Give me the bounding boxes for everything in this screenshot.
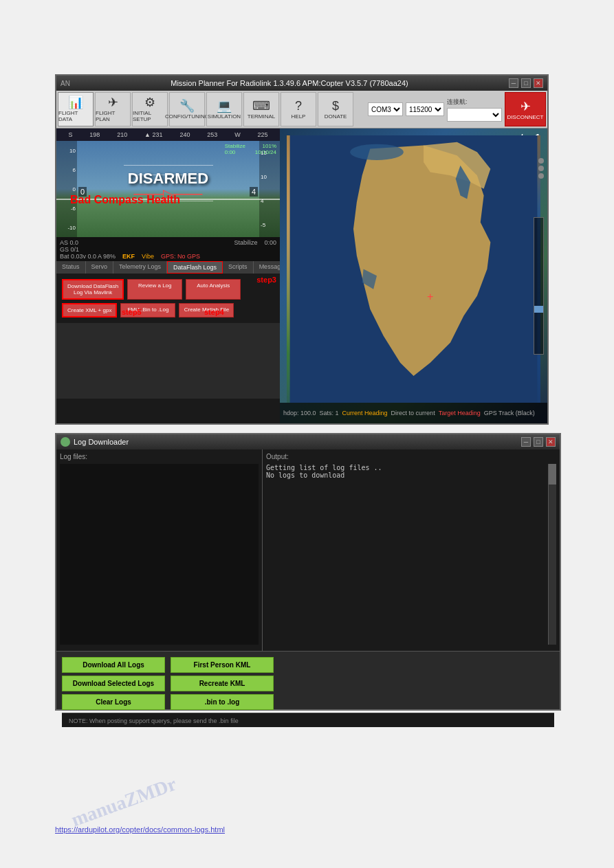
bin-to-log-btn[interactable]: .bin to .log — [171, 694, 274, 710]
disarmed-status: DISARMED — [128, 170, 208, 188]
hud-percentage: 101% — [255, 143, 276, 149]
toolbar-config-tuning[interactable]: 🔧 CONFIG/TUNING — [169, 92, 205, 126]
toolbar-flight-plan-label: FLIGHT PLAN — [96, 110, 130, 122]
map-zoom-slider[interactable] — [534, 217, 544, 355]
mission-planner-titlebar: AN Mission Planner For Radiolink 1.3.49.… — [56, 76, 547, 91]
pitch-line-20 — [124, 165, 213, 166]
map-status-bar: hdop: 100.0 Sats: 1 Current Heading Dire… — [280, 403, 547, 423]
tab-messages[interactable]: Messages — [254, 261, 280, 274]
hud-right-scale: 15 10 4 -5 — [259, 141, 280, 237]
log-downloader-window: Log Downloader ─ □ ✕ Log files: Output: … — [55, 433, 561, 711]
download-selected-logs-btn[interactable]: Download Selected Logs — [62, 676, 165, 691]
baud-rate-select[interactable]: 115200 — [406, 102, 444, 116]
hud-status-line1: AS 0.0 Stabilize 0:00 — [60, 239, 276, 246]
toolbar-flight-plan[interactable]: ✈ FLIGHT PLAN — [95, 92, 131, 126]
log-files-label: Log files: — [60, 453, 259, 460]
zoom-dot-2 — [538, 166, 544, 171]
config-tuning-icon: 🔧 — [179, 100, 195, 112]
tab-servo[interactable]: Servo — [86, 261, 114, 274]
bottom-tabs-panel: Status Servo Telemetry Logs DataFlash Lo… — [56, 261, 280, 399]
window-controls: ─ □ ✕ — [509, 78, 543, 88]
log-downloader-title: Log Downloader — [74, 438, 129, 446]
dataflash-tab-content: step3 Download DataFlashLog Via Mavlink … — [56, 274, 280, 323]
log-minimize-btn[interactable]: ─ — [521, 437, 531, 447]
log-main-content: Log files: Output: Getting list of log f… — [56, 449, 560, 651]
download-all-logs-btn[interactable]: Download All Logs — [62, 657, 165, 673]
create-xml-btn[interactable]: Create XML + gpx — [62, 303, 117, 318]
toolbar-donate[interactable]: $ DONATE — [318, 92, 353, 126]
map-sats: Sats: 1 — [320, 410, 339, 416]
bottom-documentation-link[interactable]: https://ardupilot.org/copter/docs/common… — [55, 825, 225, 834]
clear-logs-btn[interactable]: Clear Logs — [62, 694, 165, 710]
map-svg — [287, 135, 540, 403]
download-dataflash-btn[interactable]: Download DataFlashLog Via Mavlink — [62, 279, 124, 300]
minimize-btn[interactable]: ─ — [509, 78, 518, 88]
log-output-text: Getting list of log files .. No logs to … — [266, 464, 556, 479]
hud-mode: Stabilize — [225, 143, 245, 149]
log-button-row2: Download Selected Logs Recreate KML — [62, 676, 554, 691]
recreate-kml-btn[interactable]: Recreate KML — [171, 676, 274, 691]
hud-altitude-box: 0 — [78, 187, 87, 197]
tab-scripts[interactable]: Scripts — [223, 261, 254, 274]
disconnect-label: DISCONNECT — [507, 114, 544, 120]
mission-planner-title: Mission Planner For Radiolink 1.3.49.6 A… — [70, 79, 509, 87]
tab-bar: Status Servo Telemetry Logs DataFlash Lo… — [56, 261, 280, 274]
compass-s: S — [68, 131, 72, 138]
connection-type-select[interactable] — [447, 108, 502, 122]
tab-status[interactable]: Status — [56, 261, 86, 274]
zoom-dot-3 — [538, 173, 544, 179]
hud-panel: S 198 210 ▲ 231 240 253 W 225 10 6 0 -6 … — [56, 129, 280, 423]
zoom-dot-1 — [538, 158, 544, 164]
donate-icon: $ — [332, 100, 339, 112]
log-files-list — [60, 464, 259, 645]
map-gps-track: GPS Track (Black) — [484, 410, 535, 416]
tab-telemetry-logs[interactable]: Telemetry Logs — [113, 261, 167, 274]
log-bottom-buttons: Download All Logs First Person KML Downl… — [56, 651, 560, 709]
help-icon: ? — [295, 100, 302, 112]
disconnect-button[interactable]: ✈ DISCONNECT — [505, 92, 546, 126]
hud-status-line2: GS 0/1 — [60, 246, 276, 253]
toolbar-simulation[interactable]: 💻 SIMULATION — [206, 92, 242, 126]
log-restore-btn[interactable]: □ — [534, 437, 543, 447]
watermark: manuaZMDr — [68, 773, 179, 832]
first-person-kml-btn[interactable]: First Person KML — [171, 657, 274, 673]
auto-analysis-btn[interactable]: Auto Analysis — [186, 279, 241, 300]
toolbar-flight-data[interactable]: 📊 FLIGHT DATA — [58, 92, 94, 126]
map-earth-view — [287, 135, 540, 403]
com-port-select[interactable]: COM3 — [368, 102, 403, 116]
hud-mode-value: Stabilize 0:00 — [225, 143, 245, 155]
compass-bar: S 198 210 ▲ 231 240 253 W 225 — [56, 129, 280, 141]
initial-setup-icon: ⚙ — [144, 96, 155, 109]
compass-198: 198 — [89, 131, 100, 138]
map-panel: step1 — [280, 129, 547, 423]
step5-label: step5 — [122, 308, 142, 316]
map-slider-thumb — [534, 306, 543, 313]
log-output-label: Output: — [266, 453, 556, 460]
toolbar-initial-setup[interactable]: ⚙ INITIAL SETUP — [132, 92, 168, 126]
map-direct: Direct to current — [391, 410, 435, 416]
log-output-scrollbar[interactable] — [548, 464, 556, 645]
mission-planner-window: AN Mission Planner For Radiolink 1.3.49.… — [55, 74, 549, 425]
log-window-controls: ─ □ ✕ — [521, 437, 556, 447]
connect-label: 连接航: — [447, 98, 468, 107]
log-files-panel: Log files: — [56, 449, 263, 651]
toolbar-terminal[interactable]: ⌨ TERMINAL — [243, 92, 279, 126]
restore-btn[interactable]: □ — [521, 78, 531, 88]
map-display: step1 — [280, 129, 547, 423]
log-output-line1: Getting list of log files .. — [266, 464, 556, 471]
log-close-btn[interactable]: ✕ — [546, 437, 556, 447]
toolbar-help[interactable]: ? HELP — [281, 92, 316, 126]
toolbar-right-controls: COM3 115200 连接航: ✈ DISCONNECT — [368, 92, 546, 126]
hud-gs: GS 0/1 — [60, 246, 79, 253]
map-target-heading: Target Heading — [439, 410, 481, 416]
hud-bat: Bat 0.03v 0.0 A 98% — [60, 253, 116, 260]
svg-point-1 — [350, 144, 404, 160]
hud-stabilize-value: 0:00 — [264, 239, 276, 246]
hud-top-right-info: 101% 10/10/24 — [255, 143, 276, 155]
close-btn[interactable]: ✕ — [534, 78, 543, 88]
tab-dataflash-logs[interactable]: DataFlash Logs — [167, 261, 223, 274]
log-downloader-titlebar: Log Downloader ─ □ ✕ — [56, 434, 560, 449]
map-crosshair: + — [427, 291, 433, 303]
review-log-btn[interactable]: Review a Log — [127, 279, 182, 300]
map-zoom-controls — [538, 158, 544, 179]
